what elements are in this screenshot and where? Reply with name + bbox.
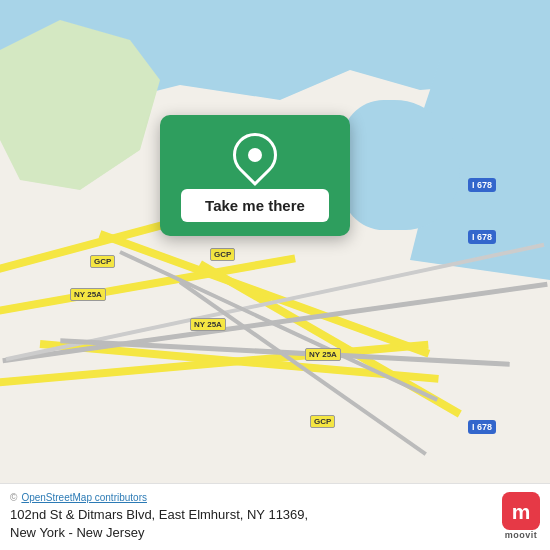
address-info: © OpenStreetMap contributors 102nd St & … xyxy=(10,492,492,542)
highway-25a-right: NY 25A xyxy=(305,348,341,361)
moovit-icon: m xyxy=(502,492,540,530)
address-line1: 102nd St & Ditmars Blvd, East Elmhurst, … xyxy=(10,506,492,524)
map-container: I 678 I 678 I 678 NY 25A NY 25A NY 25A G… xyxy=(0,0,550,550)
map-attribution: © OpenStreetMap contributors xyxy=(10,492,492,506)
location-pin-icon xyxy=(224,124,286,186)
openstreetmap-link[interactable]: OpenStreetMap contributors xyxy=(21,492,147,503)
highway-gcp-bottom: GCP xyxy=(310,415,335,428)
take-me-there-button[interactable]: Take me there xyxy=(181,189,329,222)
highway-678-bottom-right: I 678 xyxy=(468,420,496,434)
highway-gcp-left: GCP xyxy=(90,255,115,268)
moovit-text: moovit xyxy=(505,530,538,540)
highway-25a-left: NY 25A xyxy=(70,288,106,301)
highway-678-top-right: I 678 xyxy=(468,178,496,192)
address-line2: New York - New Jersey xyxy=(10,524,492,542)
highway-25a-center: NY 25A xyxy=(190,318,226,331)
copyright-text: © xyxy=(10,492,17,503)
bottom-bar: © OpenStreetMap contributors 102nd St & … xyxy=(0,483,550,550)
highway-678-middle-right: I 678 xyxy=(468,230,496,244)
moovit-logo: m moovit xyxy=(502,492,540,540)
popup-card: Take me there xyxy=(160,115,350,236)
highway-gcp-center: GCP xyxy=(210,248,235,261)
svg-text:m: m xyxy=(512,499,531,522)
